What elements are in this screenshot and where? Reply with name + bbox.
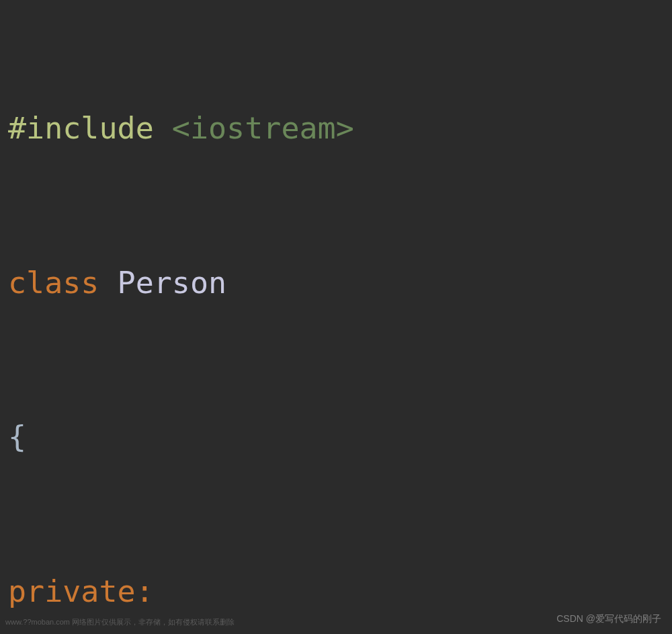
colon: : (136, 573, 154, 609)
watermark-right: CSDN @爱写代码的刚子 (556, 611, 661, 627)
preprocessor-directive: #include (8, 110, 154, 146)
open-brace: { (8, 419, 26, 454)
code-line-2[interactable]: class Person (7, 257, 665, 309)
include-header: <iostream> (154, 110, 354, 146)
access-specifier: private (8, 573, 136, 609)
code-editor[interactable]: #include <iostream> class Person { priva… (0, 0, 672, 634)
code-line-3[interactable]: { (7, 411, 665, 463)
code-line-4[interactable]: private: (7, 566, 665, 618)
watermark-left: www.??moban.com 网络图片仅供展示，非存储，如有侵权请联系删除 (5, 616, 235, 629)
class-name-person: Person (99, 265, 226, 301)
code-line-1[interactable]: #include <iostream> (7, 103, 665, 155)
class-keyword: class (8, 265, 99, 301)
